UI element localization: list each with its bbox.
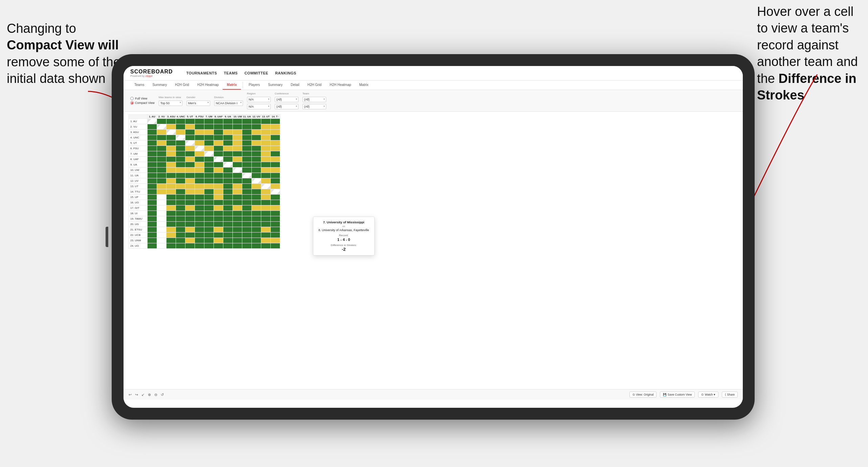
- team-select-2[interactable]: (All): [303, 104, 326, 109]
- matrix-cell[interactable]: [252, 243, 261, 249]
- matrix-cell[interactable]: [157, 119, 166, 124]
- tab-summary-left[interactable]: Summary: [148, 81, 171, 90]
- matrix-cell[interactable]: [157, 222, 166, 227]
- matrix-cell[interactable]: [261, 227, 271, 232]
- matrix-cell[interactable]: [148, 124, 157, 130]
- matrix-cell[interactable]: [195, 157, 204, 162]
- matrix-cell[interactable]: [166, 140, 176, 146]
- matrix-cell[interactable]: [185, 232, 195, 238]
- matrix-cell[interactable]: [233, 130, 242, 135]
- matrix-cell[interactable]: [185, 205, 195, 211]
- matrix-cell[interactable]: [233, 173, 242, 178]
- matrix-cell[interactable]: [261, 200, 271, 205]
- max-teams-select[interactable]: Top 50: [159, 101, 182, 106]
- matrix-cell[interactable]: [242, 151, 252, 157]
- matrix-cell[interactable]: [157, 232, 166, 238]
- matrix-cell[interactable]: [195, 135, 204, 140]
- matrix-cell[interactable]: [204, 227, 214, 232]
- matrix-cell[interactable]: [252, 146, 261, 151]
- matrix-cell[interactable]: [214, 135, 223, 140]
- matrix-cell[interactable]: [223, 135, 233, 140]
- matrix-cell[interactable]: [157, 146, 166, 151]
- matrix-cell[interactable]: [233, 119, 242, 124]
- matrix-cell[interactable]: [271, 178, 280, 184]
- matrix-cell[interactable]: [252, 216, 261, 222]
- matrix-cell[interactable]: [261, 151, 271, 157]
- matrix-cell[interactable]: [176, 157, 185, 162]
- matrix-cell[interactable]: [148, 211, 157, 216]
- matrix-cell[interactable]: [195, 140, 204, 146]
- matrix-cell[interactable]: [261, 205, 271, 211]
- matrix-cell[interactable]: [233, 189, 242, 195]
- matrix-cell[interactable]: [166, 243, 176, 249]
- matrix-cell[interactable]: [233, 146, 242, 151]
- matrix-cell[interactable]: [223, 243, 233, 249]
- matrix-cell[interactable]: [252, 238, 261, 243]
- radio-compact-view[interactable]: Compact View: [130, 101, 155, 105]
- matrix-cell[interactable]: [166, 189, 176, 195]
- matrix-cell[interactable]: [185, 195, 195, 200]
- matrix-cell[interactable]: [204, 124, 214, 130]
- matrix-cell[interactable]: [185, 124, 195, 130]
- matrix-cell[interactable]: [176, 216, 185, 222]
- matrix-cell[interactable]: [214, 189, 223, 195]
- matrix-cell[interactable]: [252, 168, 261, 173]
- matrix-cell[interactable]: [242, 173, 252, 178]
- matrix-cell[interactable]: [242, 184, 252, 189]
- matrix-cell[interactable]: [148, 130, 157, 135]
- matrix-cell[interactable]: [166, 211, 176, 216]
- matrix-cell[interactable]: [185, 178, 195, 184]
- team-select-1[interactable]: (All): [303, 97, 326, 102]
- matrix-cell[interactable]: [204, 184, 214, 189]
- matrix-cell[interactable]: [252, 124, 261, 130]
- matrix-cell[interactable]: [204, 211, 214, 216]
- matrix-cell[interactable]: [166, 227, 176, 232]
- matrix-cell[interactable]: [166, 173, 176, 178]
- matrix-cell[interactable]: [261, 162, 271, 168]
- matrix-cell[interactable]: [223, 173, 233, 178]
- matrix-cell[interactable]: [157, 151, 166, 157]
- matrix-cell[interactable]: [233, 162, 242, 168]
- matrix-cell[interactable]: [157, 195, 166, 200]
- matrix-cell[interactable]: [157, 162, 166, 168]
- matrix-cell[interactable]: [185, 135, 195, 140]
- matrix-cell[interactable]: [261, 168, 271, 173]
- matrix-cell[interactable]: [252, 227, 261, 232]
- matrix-cell[interactable]: [242, 216, 252, 222]
- matrix-cell[interactable]: [176, 184, 185, 189]
- matrix-cell[interactable]: [214, 157, 223, 162]
- matrix-cell[interactable]: [185, 222, 195, 227]
- matrix-cell[interactable]: [204, 173, 214, 178]
- matrix-cell[interactable]: [185, 243, 195, 249]
- matrix-cell[interactable]: [204, 216, 214, 222]
- matrix-cell[interactable]: [261, 232, 271, 238]
- zoom-out-icon[interactable]: ⊖: [154, 393, 157, 397]
- matrix-cell[interactable]: [242, 200, 252, 205]
- matrix-cell[interactable]: [223, 211, 233, 216]
- matrix-cell[interactable]: [214, 243, 223, 249]
- matrix-cell[interactable]: [148, 184, 157, 189]
- matrix-cell[interactable]: [166, 232, 176, 238]
- matrix-cell[interactable]: [185, 162, 195, 168]
- matrix-cell[interactable]: [157, 168, 166, 173]
- matrix-cell[interactable]: [204, 162, 214, 168]
- matrix-cell[interactable]: [176, 222, 185, 227]
- matrix-cell[interactable]: [261, 146, 271, 151]
- conference-select-2[interactable]: (All): [275, 104, 298, 109]
- matrix-cell[interactable]: [204, 135, 214, 140]
- matrix-cell[interactable]: [214, 162, 223, 168]
- matrix-cell[interactable]: [261, 222, 271, 227]
- matrix-cell[interactable]: [195, 227, 204, 232]
- division-select[interactable]: NCAA Division I: [214, 101, 243, 106]
- matrix-cell[interactable]: [176, 227, 185, 232]
- matrix-cell[interactable]: [233, 200, 242, 205]
- matrix-cell[interactable]: [252, 189, 261, 195]
- matrix-cell[interactable]: [195, 173, 204, 178]
- matrix-cell[interactable]: [195, 146, 204, 151]
- matrix-cell[interactable]: [252, 200, 261, 205]
- matrix-cell[interactable]: [185, 140, 195, 146]
- matrix-cell[interactable]: [223, 238, 233, 243]
- matrix-cell[interactable]: [233, 238, 242, 243]
- matrix-cell[interactable]: [271, 195, 280, 200]
- matrix-cell[interactable]: [185, 130, 195, 135]
